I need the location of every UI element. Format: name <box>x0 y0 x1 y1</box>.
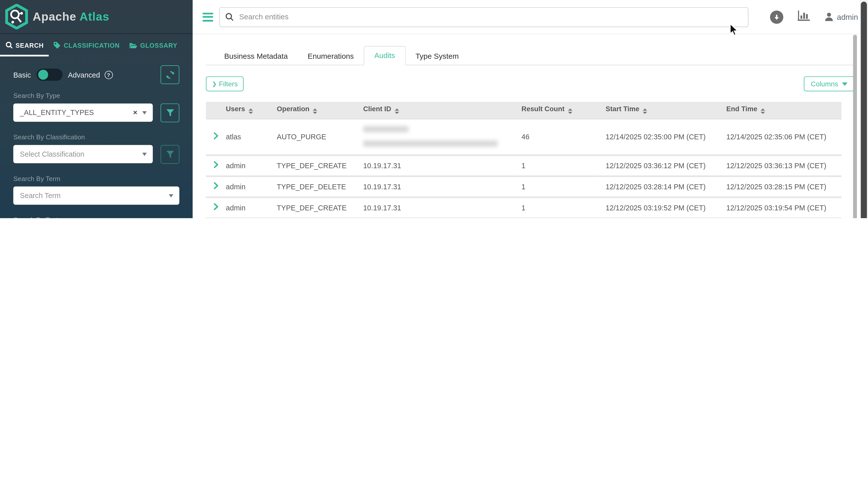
refresh-button[interactable] <box>160 65 179 84</box>
audit-table: Users Operation Client ID Result Count S… <box>206 102 841 218</box>
user-menu[interactable]: admin <box>824 12 858 21</box>
row-expand-button[interactable] <box>206 155 218 176</box>
column-header-users[interactable]: Users <box>218 102 269 119</box>
cell-start-time: 12/12/2025 03:19:52 PM (CET) <box>598 197 718 218</box>
cell-client-id: 10.19.17.31 <box>355 155 514 176</box>
sort-icon[interactable] <box>761 109 765 114</box>
folder-open-icon <box>129 42 137 48</box>
audit-table-body: atlas AUTO_PURGE 46 12/14/2025 02:35:00 … <box>206 119 841 218</box>
cell-user: admin <box>218 155 269 176</box>
column-header-operation[interactable]: Operation <box>269 102 355 119</box>
help-icon[interactable]: ? <box>104 70 113 79</box>
sidebar-tab-glossary[interactable]: GLOSSARY <box>129 42 177 48</box>
cell-operation: TYPE_DEF_DELETE <box>269 176 355 197</box>
brand-title-primary: Apache <box>33 10 76 23</box>
mouse-cursor <box>730 23 739 39</box>
menu-icon[interactable] <box>203 12 213 21</box>
cell-result-count: 46 <box>514 119 598 155</box>
refresh-icon <box>165 70 175 79</box>
chevron-down-icon <box>142 111 147 114</box>
sort-icon[interactable] <box>643 109 647 114</box>
type-filter-button[interactable] <box>160 103 179 122</box>
search-by-term-label: Search By Term <box>13 175 179 183</box>
brand-title-accent: Atlas <box>80 10 110 23</box>
app-window: Apache Atlas SEARCH CLASSIFICATION GLOSS… <box>0 0 868 218</box>
sort-icon[interactable] <box>248 109 253 114</box>
search-by-type-label: Search By Type <box>13 92 179 100</box>
columns-button[interactable]: Columns <box>804 76 855 91</box>
classification-select-placeholder: Select Classification <box>20 150 84 158</box>
cell-result-count: 1 <box>514 155 598 176</box>
classification-select[interactable]: Select Classification <box>13 145 153 163</box>
cell-client-id <box>355 119 514 155</box>
sort-icon[interactable] <box>313 109 317 114</box>
cell-operation: TYPE_DEF_CREATE <box>269 155 355 176</box>
tab-enumerations[interactable]: Enumerations <box>298 47 364 65</box>
tab-audits[interactable]: Audits <box>364 46 405 65</box>
statistics-icon[interactable] <box>798 10 810 23</box>
chevron-right-icon: ❯ <box>212 81 217 87</box>
tab-type-system[interactable]: Type System <box>406 47 469 65</box>
entity-search-box[interactable] <box>219 7 748 27</box>
table-row: admin TYPE_DEF_DELETE 10.19.17.31 1 12/1… <box>206 176 841 197</box>
username-label: admin <box>837 12 858 21</box>
cell-end-time: 12/09/2025 06:32:14 PM (CET) <box>719 218 841 218</box>
row-expand-button[interactable] <box>206 119 218 155</box>
cell-client-id: 10.19.17.31 <box>355 197 514 218</box>
tab-business-metadata[interactable]: Business Metadata <box>214 47 298 65</box>
top-bar: admin <box>193 0 868 34</box>
filters-button-label: Filters <box>219 80 238 88</box>
clear-type-icon[interactable]: × <box>133 108 137 117</box>
cell-result-count: 1 <box>514 218 598 218</box>
filters-button[interactable]: ❯ Filters <box>206 76 244 91</box>
cell-user: atlas <box>218 119 269 155</box>
search-icon <box>225 13 234 21</box>
column-header-end-time[interactable]: End Time <box>719 102 841 119</box>
row-expand-button[interactable] <box>206 218 218 218</box>
search-by-classification-label: Search By Classification <box>13 133 179 141</box>
search-by-type-row: _ALL_ENTITY_TYPES × <box>13 103 179 122</box>
atlas-logo-icon <box>5 4 28 29</box>
term-select[interactable]: Search Term <box>13 187 179 205</box>
basic-advanced-toggle[interactable] <box>36 68 63 81</box>
cell-result-count: 1 <box>514 197 598 218</box>
sort-icon[interactable] <box>395 109 399 114</box>
table-row: atlas AUTO_PURGE 46 12/14/2025 02:35:00 … <box>206 119 841 155</box>
content-scrollbar-thumb[interactable] <box>853 35 857 218</box>
topbar-actions: admin <box>770 10 858 24</box>
chevron-right-icon <box>214 182 218 189</box>
sort-icon[interactable] <box>568 109 572 114</box>
page-scrollbar-thumb[interactable] <box>861 2 867 218</box>
search-by-term-row: Search Term <box>13 187 179 205</box>
sidebar-tab-search[interactable]: SEARCH <box>5 41 44 49</box>
table-row: admin TYPE_DEF_CREATE 10.19.17.31 1 12/1… <box>206 197 841 218</box>
term-select-placeholder: Search Term <box>20 192 61 200</box>
basic-mode-label: Basic <box>13 70 31 79</box>
column-header-start-time[interactable]: Start Time <box>598 102 718 119</box>
cell-user: admin <box>218 176 269 197</box>
active-nav-underline <box>0 55 49 57</box>
cell-start-time: 12/09/2025 06:32:13 PM (CET) <box>598 218 718 218</box>
brand-title: Apache Atlas <box>33 10 109 24</box>
column-header-result-count[interactable]: Result Count <box>514 102 598 119</box>
cell-operation: TYPE_DEF_CREATE <box>269 218 355 218</box>
cell-start-time: 12/14/2025 02:35:00 PM (CET) <box>598 119 718 155</box>
sidebar-search-form: Basic Advanced ? Search By Type <box>0 68 193 218</box>
row-expand-button[interactable] <box>206 176 218 197</box>
cell-operation: TYPE_DEF_CREATE <box>269 197 355 218</box>
main-content: admin Business Metadata Enumerations Aud… <box>193 0 868 218</box>
type-select[interactable]: _ALL_ENTITY_TYPES × <box>13 103 153 122</box>
row-expand-button[interactable] <box>206 197 218 218</box>
cell-start-time: 12/12/2025 03:36:12 PM (CET) <box>598 155 718 176</box>
column-header-client-id[interactable]: Client ID <box>355 102 514 119</box>
chevron-down-icon <box>169 194 173 197</box>
expander-header <box>206 102 218 119</box>
entity-search-input[interactable] <box>238 12 742 21</box>
download-icon[interactable] <box>770 10 783 24</box>
classification-filter-button[interactable] <box>160 145 179 164</box>
advanced-mode-label: Advanced <box>68 70 100 79</box>
cell-user: admin <box>218 197 269 218</box>
page-scrollbar[interactable] <box>860 0 868 218</box>
table-row: admin TYPE_DEF_CREATE 10.19.17.31 1 12/1… <box>206 155 841 176</box>
sidebar-tab-classification[interactable]: CLASSIFICATION <box>53 41 120 49</box>
